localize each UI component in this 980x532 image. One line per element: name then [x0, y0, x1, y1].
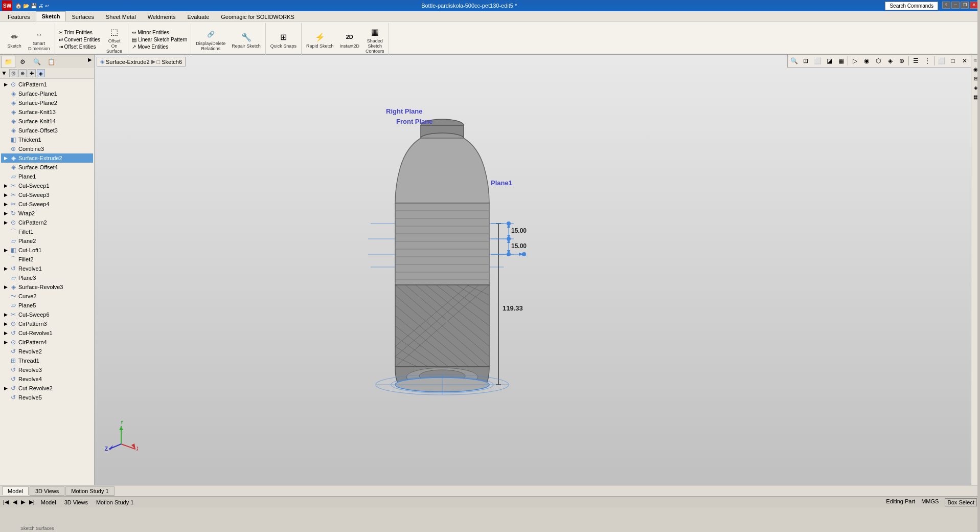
- tree-item-revolve2[interactable]: ↺ Revolve2: [1, 347, 93, 356]
- vp-win-maximize[interactable]: □: [947, 55, 959, 66]
- panel-resize-handle[interactable]: [977, 0, 980, 532]
- tree-item-plane5[interactable]: ▱ Plane5: [1, 301, 93, 310]
- tree-item-cirpattern4[interactable]: ▶ ⊙ CirPattern4: [1, 338, 93, 347]
- shaded-sketch-button[interactable]: ▦ Shaded Sketch Contours: [363, 24, 387, 55]
- panel-collapse-btn[interactable]: ▶: [87, 56, 93, 68]
- instant2d-button[interactable]: 2D Instant2D: [337, 29, 362, 50]
- panel-tab-featuretree[interactable]: 📁: [1, 56, 15, 68]
- tree-item-surface-offset4[interactable]: ◈ Surface-Offset4: [1, 163, 93, 172]
- vp-fit-btn[interactable]: ⊡: [800, 55, 811, 66]
- quick-snaps-button[interactable]: ⊞ Quick Snaps: [268, 29, 299, 50]
- tree-item-revolve5[interactable]: ↺ Revolve5: [1, 393, 93, 402]
- page-nav-prev[interactable]: ◀: [13, 499, 17, 505]
- expand-cs3[interactable]: ▶: [2, 191, 9, 198]
- page-nav-next[interactable]: ▶: [21, 499, 25, 505]
- tree-item-surface-plane1[interactable]: ◈ Surface-Plane1: [1, 89, 93, 98]
- tree-item-combine3[interactable]: ⊕ Combine3: [1, 144, 93, 153]
- vp-section-btn[interactable]: ◪: [824, 55, 835, 66]
- vp-rotate-btn[interactable]: ▷: [849, 55, 860, 66]
- move-entities-button[interactable]: ↗ Move Entities: [130, 43, 189, 50]
- tree-item-cut-sweep4[interactable]: ▶ ✂ Cut-Sweep4: [1, 199, 93, 209]
- new-btn[interactable]: 🏠: [15, 3, 21, 9]
- tree-item-surface-revolve3[interactable]: ▶ ◈ Surface-Revolve3: [1, 282, 93, 292]
- minimize-btn[interactable]: ─: [951, 2, 960, 9]
- filter-btn-1[interactable]: ⊡: [9, 69, 17, 77]
- tree-item-plane2[interactable]: ▱ Plane2: [1, 236, 93, 246]
- panel-tab-search[interactable]: 🔍: [30, 56, 44, 68]
- help-btn[interactable]: ?: [942, 2, 950, 9]
- tree-item-revolve3[interactable]: ↺ Revolve3: [1, 365, 93, 374]
- expand-cp4[interactable]: ▶: [2, 339, 9, 346]
- display-delete-relations-button[interactable]: 🔗 Display/Delete Relations: [193, 27, 228, 53]
- breadcrumb-child[interactable]: □ Sketch6: [157, 59, 182, 65]
- trim-entities-button[interactable]: ✂ Trim Entities: [57, 29, 102, 36]
- filter-btn-4[interactable]: ◈: [37, 69, 45, 77]
- expand-cs1[interactable]: ▶: [2, 182, 9, 189]
- tree-item-cut-revolve2[interactable]: ▶ ↺ Cut-Revolve2: [1, 384, 93, 393]
- box-select-label[interactable]: Box Select: [945, 498, 977, 506]
- tab-surfaces[interactable]: Surfaces: [66, 12, 100, 21]
- page-nav-last[interactable]: ▶|: [29, 499, 35, 505]
- expand-cs4[interactable]: ▶: [2, 201, 9, 208]
- expand-cr1[interactable]: ▶: [2, 329, 9, 337]
- tree-item-cut-sweep1[interactable]: ▶ ✂ Cut-Sweep1: [1, 181, 93, 190]
- smart-dimension-button[interactable]: ↔ Smart Dimension: [26, 27, 53, 53]
- vp-view-btn[interactable]: ⬜: [812, 55, 823, 66]
- tree-item-cut-revolve1[interactable]: ▶ ↺ Cut-Revolve1: [1, 328, 93, 338]
- filter-btn-3[interactable]: ✚: [28, 69, 36, 77]
- vp-appearance-btn[interactable]: ◈: [884, 55, 896, 66]
- vp-lighting-btn[interactable]: ⬡: [873, 55, 884, 66]
- tree-item-cirpattern1[interactable]: ▶ ⊙ CirPattern1: [1, 80, 93, 89]
- vp-display-btn[interactable]: ▦: [835, 55, 847, 66]
- tree-item-cut-sweep3[interactable]: ▶ ✂ Cut-Sweep3: [1, 190, 93, 199]
- tree-item-curve2[interactable]: 〜 Curve2: [1, 292, 93, 301]
- expand-cr2[interactable]: ▶: [2, 385, 9, 392]
- tree-item-fillet2[interactable]: ⌒ Fillet2: [1, 255, 93, 264]
- expand-cp2[interactable]: ▶: [2, 219, 9, 226]
- expand-cl1[interactable]: ▶: [2, 247, 9, 254]
- vp-zoom-btn[interactable]: 🔍: [788, 55, 800, 66]
- undo-btn[interactable]: ↩: [45, 3, 49, 9]
- panel-tab-config[interactable]: 📋: [44, 56, 58, 68]
- print-btn[interactable]: 🖨: [38, 3, 43, 9]
- tree-item-surface-plane2[interactable]: ◈ Surface-Plane2: [1, 98, 93, 107]
- tab-model[interactable]: Model: [2, 486, 29, 495]
- page-nav-first[interactable]: |◀: [3, 499, 9, 505]
- mirror-entities-button[interactable]: ⇔ Mirror Entities: [130, 29, 189, 36]
- expand-wrap2[interactable]: ▶: [2, 210, 9, 217]
- offset-entities-button[interactable]: ⇥ Offset Entities: [57, 43, 102, 50]
- tree-item-cut-sweep6[interactable]: ▶ ✂ Cut-Sweep6: [1, 310, 93, 319]
- restore-btn[interactable]: ❐: [961, 2, 969, 9]
- panel-tab-properties[interactable]: ⚙: [15, 56, 30, 68]
- vp-win-close[interactable]: ✕: [959, 55, 970, 66]
- tree-item-wrap2[interactable]: ▶ ↻ Wrap2: [1, 209, 93, 218]
- vp-perspective-btn[interactable]: ◉: [861, 55, 872, 66]
- convert-entities-button[interactable]: ⇄ Convert Entities: [57, 36, 102, 43]
- tree-item-surface-offset3[interactable]: ◈ Surface-Offset3: [1, 126, 93, 135]
- tab-weldments[interactable]: Weldments: [142, 12, 181, 21]
- tree-item-surface-knit14[interactable]: ◈ Surface-Knit14: [1, 117, 93, 126]
- close-btn[interactable]: ✕: [970, 2, 978, 9]
- tree-item-fillet1[interactable]: ⌒ Fillet1: [1, 227, 93, 236]
- tab-geomagic[interactable]: Geomagic for SOLIDWORKS: [215, 12, 300, 21]
- tree-item-cirpattern3[interactable]: ▶ ⊙ CirPattern3: [1, 319, 93, 328]
- linear-sketch-pattern-button[interactable]: ▤ Linear Sketch Pattern: [130, 36, 189, 43]
- save-btn[interactable]: 💾: [31, 3, 37, 9]
- tree-item-surface-extrude2[interactable]: ▶ ◈ Surface-Extrude2: [1, 153, 93, 163]
- tree-item-thicken1[interactable]: ◧ Thicken1: [1, 135, 93, 144]
- vp-scene-btn[interactable]: ⊕: [896, 55, 907, 66]
- repair-sketch-button[interactable]: 🔧 Repair Sketch: [229, 29, 263, 50]
- expand-se2[interactable]: ▶: [2, 154, 9, 162]
- tree-item-plane3[interactable]: ▱ Plane3: [1, 273, 93, 282]
- vp-more-btn[interactable]: ⋮: [922, 55, 933, 66]
- tree-item-plane1[interactable]: ▱ Plane1: [1, 172, 93, 181]
- tab-3dviews[interactable]: 3D Views: [30, 486, 64, 496]
- vp-settings-btn[interactable]: ☰: [910, 55, 921, 66]
- tree-item-cut-loft1[interactable]: ▶ ◧ Cut-Loft1: [1, 246, 93, 255]
- expand-r1[interactable]: ▶: [2, 265, 9, 272]
- expand-sr3[interactable]: ▶: [2, 283, 9, 291]
- tab-sheet-metal[interactable]: Sheet Metal: [100, 12, 142, 21]
- tab-motion-study[interactable]: Motion Study 1: [65, 486, 114, 496]
- tree-item-cirpattern2[interactable]: ▶ ⊙ CirPattern2: [1, 218, 93, 227]
- tab-features[interactable]: Features: [2, 12, 35, 21]
